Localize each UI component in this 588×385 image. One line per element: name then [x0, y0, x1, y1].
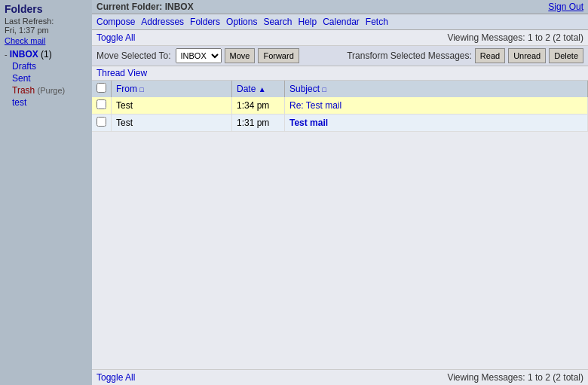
- fetch-link[interactable]: Fetch: [366, 17, 388, 27]
- subject-checkbox-icon: □: [322, 86, 326, 93]
- compose-link[interactable]: Compose: [96, 17, 135, 27]
- toggle-all-bottom[interactable]: Toggle All: [96, 372, 135, 383]
- row-checkbox-cell-2[interactable]: [92, 115, 112, 132]
- message-controls-bottom: Toggle All Viewing Messages: 1 to 2 (2 t…: [92, 369, 588, 385]
- table-header-row: From □ Date ▲ Subject □: [92, 81, 588, 97]
- folder-link-sent[interactable]: Sent: [12, 73, 31, 84]
- sidebar: Folders Last Refresh: Fri, 1:37 pm Check…: [0, 0, 92, 385]
- folder-link-test[interactable]: test: [12, 97, 26, 108]
- folder-item-test: test: [5, 97, 87, 108]
- current-folder-label: Current Folder: INBOX: [96, 2, 194, 12]
- main-content: Current Folder: INBOX Sign Out Compose A…: [92, 0, 588, 385]
- from-cell-2: Test: [112, 115, 232, 132]
- date-header[interactable]: Date ▲: [232, 81, 285, 97]
- thread-view-link[interactable]: Thread View: [96, 68, 147, 78]
- messages-table: From □ Date ▲ Subject □: [92, 81, 588, 132]
- nav-bar: Compose Addresses Folders Options Search…: [92, 14, 588, 30]
- viewing-messages-bottom: Viewing Messages: 1 to 2 (2 total): [447, 372, 583, 383]
- from-header[interactable]: From □: [112, 81, 232, 97]
- transform-label: Transform Selected Messages:: [347, 50, 472, 61]
- subject-header[interactable]: Subject □: [285, 81, 588, 97]
- subject-cell-1[interactable]: Re: Test mail: [285, 97, 588, 115]
- move-selected-label: Move Selected To:: [96, 50, 171, 61]
- folder-link-inbox[interactable]: INBOX: [10, 49, 38, 60]
- move-folder-select[interactable]: INBOX Drafts Sent Trash test: [176, 48, 222, 63]
- folder-item-inbox: - INBOX (1): [5, 49, 87, 60]
- sign-out-button[interactable]: Sign Out: [548, 2, 583, 12]
- check-mail-link[interactable]: Check mail: [5, 35, 87, 46]
- subject-link-1[interactable]: Re: Test mail: [289, 100, 341, 111]
- table-row: Test 1:34 pm Re: Test mail: [92, 97, 588, 115]
- date-cell-2: 1:31 pm: [232, 115, 285, 132]
- folder-list: - INBOX (1) Drafts Sent Trash (Purge) te…: [5, 49, 87, 108]
- viewing-messages-top: Viewing Messages: 1 to 2 (2 total): [447, 32, 583, 43]
- folder-item-trash: Trash (Purge): [5, 85, 87, 96]
- subject-link-2[interactable]: Test mail: [289, 118, 328, 128]
- select-all-header[interactable]: [92, 81, 112, 97]
- checkbox-icon: □: [139, 86, 143, 93]
- message-controls-top: Toggle All Viewing Messages: 1 to 2 (2 t…: [92, 30, 588, 46]
- read-button[interactable]: Read: [475, 48, 505, 63]
- unread-button[interactable]: Unread: [508, 48, 546, 63]
- folder-item-sent: Sent: [5, 73, 87, 84]
- last-refresh-label: Last Refresh: Fri, 1:37 pm: [5, 17, 87, 35]
- select-all-checkbox[interactable]: [96, 83, 106, 93]
- folder-link-trash[interactable]: Trash: [12, 85, 35, 96]
- row-checkbox-1[interactable]: [96, 99, 106, 109]
- move-button[interactable]: Move: [225, 48, 256, 63]
- folder-item-drafts: Drafts: [5, 61, 87, 72]
- current-folder-value: INBOX: [165, 2, 194, 12]
- subject-cell-2[interactable]: Test mail: [285, 115, 588, 132]
- sidebar-title: Folders: [5, 3, 87, 15]
- sort-asc-icon: ▲: [259, 85, 266, 93]
- folders-link[interactable]: Folders: [190, 17, 220, 27]
- messages-table-container: From □ Date ▲ Subject □: [92, 81, 588, 369]
- folder-link-drafts[interactable]: Drafts: [12, 61, 36, 72]
- top-bar: Current Folder: INBOX Sign Out: [92, 0, 588, 14]
- message-rows: Test 1:34 pm Re: Test mail: [92, 97, 588, 132]
- date-cell-1: 1:34 pm: [232, 97, 285, 115]
- from-cell-1: Test: [112, 97, 232, 115]
- forward-button[interactable]: Forward: [258, 48, 299, 63]
- calendar-link[interactable]: Calendar: [323, 17, 360, 27]
- thread-view-row[interactable]: Thread View: [92, 66, 588, 81]
- toggle-all-top[interactable]: Toggle All: [96, 32, 135, 43]
- move-selected-row: Move Selected To: INBOX Drafts Sent Tras…: [92, 46, 588, 66]
- table-row: Test 1:31 pm Test mail: [92, 115, 588, 132]
- row-checkbox-cell-1[interactable]: [92, 97, 112, 115]
- search-link[interactable]: Search: [263, 17, 292, 27]
- help-link[interactable]: Help: [298, 17, 317, 27]
- options-link[interactable]: Options: [226, 17, 257, 27]
- row-checkbox-2[interactable]: [96, 117, 106, 127]
- delete-button[interactable]: Delete: [549, 48, 583, 63]
- addresses-link[interactable]: Addresses: [141, 17, 184, 27]
